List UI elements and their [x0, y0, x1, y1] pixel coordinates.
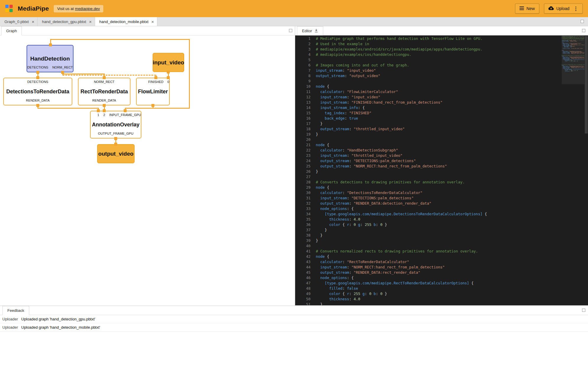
new-button-label: New [527, 6, 535, 11]
code-text: output_stream: "RENDER_DATA:detection_re… [316, 201, 431, 206]
line-number: 22 [295, 148, 313, 153]
layout-toggle-icon[interactable] [581, 20, 584, 23]
graph-node-input_video[interactable]: input_video [153, 53, 184, 72]
port [151, 104, 154, 107]
code-text: node { [316, 254, 329, 259]
close-icon[interactable]: × [32, 19, 34, 24]
line-number: 16 [295, 116, 313, 121]
code-line: 39} [295, 238, 562, 243]
graph-panel: Graph HandDetectionDETECTIONSNORM_RECTin… [0, 26, 295, 306]
graph-canvas[interactable]: HandDetectionDETECTIONSNORM_RECTinput_vi… [0, 35, 295, 305]
line-number: 44 [295, 265, 313, 270]
feedback-source: Uploader [0, 325, 19, 330]
port [36, 104, 39, 107]
code-text: # MediaPipe graph that performs hand det… [316, 36, 482, 41]
code-line: 50 thickness: 4.0 [295, 296, 562, 302]
code-text: [type.googleapis.com/mediapipe.Detection… [316, 211, 487, 217]
file-tab-label: hand_detection_gpu.pbtxt [42, 19, 86, 24]
new-button[interactable]: New [515, 4, 539, 14]
code-line: 9 [295, 79, 562, 84]
port-label: DETECTIONS [27, 66, 48, 69]
feedback-panel: Feedback UploaderUploaded graph 'hand_de… [0, 306, 588, 365]
scrollbar-thumb[interactable] [585, 36, 588, 133]
line-number: 23 [295, 153, 313, 158]
feedback-source: Uploader [0, 317, 19, 321]
graph-edge [189, 39, 190, 109]
code-text: thickness: 4.0 [316, 296, 360, 302]
code-line: 22 calculator: "HandDetectionSubgraph" [295, 148, 562, 153]
cloud-upload-icon [548, 6, 554, 11]
line-number: 41 [295, 249, 313, 254]
code-text: } [316, 227, 327, 233]
graph-tab[interactable]: Graph [1, 26, 22, 35]
line-number: 14 [295, 105, 313, 110]
code-text: [type.googleapis.com/mediapipe.RectToRen… [316, 281, 473, 286]
port [103, 104, 106, 107]
code-line: 31 input_stream: "DETECTIONS:palm_detect… [295, 195, 562, 201]
line-number: 49 [295, 291, 313, 296]
line-number: 2 [295, 41, 313, 47]
code-line: 32 output_stream: "RENDER_DATA:detection… [295, 201, 562, 206]
code-line: 21node { [295, 142, 562, 148]
maximize-graph-icon[interactable] [289, 29, 292, 32]
editor-tab[interactable]: Editor [297, 26, 323, 35]
port [97, 109, 100, 112]
maximize-feedback-icon[interactable] [582, 309, 585, 312]
line-number: 29 [295, 185, 313, 190]
line-number: 32 [295, 201, 313, 206]
line-number: 19 [295, 132, 313, 137]
line-number: 33 [295, 206, 313, 211]
code-text [316, 243, 318, 249]
code-line: 23 input_stream: "throttled_input_video" [295, 153, 562, 158]
file-tab[interactable]: hand_detection_mobile.pbtxt× [95, 17, 157, 26]
port [167, 71, 170, 74]
code-line: 5 [295, 57, 562, 63]
code-line: 6# Images coming into and out of the gra… [295, 63, 562, 68]
editor-scrollbar[interactable] [584, 35, 588, 305]
line-number: 18 [295, 126, 313, 132]
logo-square [5, 9, 9, 12]
close-icon[interactable]: × [89, 19, 92, 24]
kebab-menu-icon[interactable]: ⋮ [573, 6, 578, 11]
feedback-tab[interactable]: Feedback [2, 306, 29, 315]
maximize-editor-icon[interactable] [582, 29, 585, 32]
upload-button[interactable]: Upload ⋮ [544, 4, 583, 14]
mediapipe-dev-link[interactable]: mediapipe.dev [75, 6, 100, 11]
logo-square [9, 5, 13, 8]
code-text: output_stream: "DETECTIONS:palm_detectio… [316, 158, 416, 164]
code-line: 14 input_stream_info: { [295, 105, 562, 110]
line-number: 43 [295, 259, 313, 265]
line-number: 15 [295, 110, 313, 116]
code-line: 4# mediapipie/examples/ios/handdetection… [295, 52, 562, 57]
port [114, 137, 117, 140]
code-text: output_stream: "RENDER_DATA:rect_render_… [316, 270, 420, 275]
close-icon[interactable]: × [151, 19, 154, 24]
code-line: 51 } [295, 302, 562, 305]
line-number: 25 [295, 164, 313, 169]
graph-node-output_video[interactable]: output_video [97, 144, 135, 163]
code-text: calculator: "RectToRenderDataCalculator" [316, 259, 409, 265]
file-tab[interactable]: Graph_0.pbtxt× [0, 17, 37, 26]
code-line: 20 [295, 137, 562, 142]
port [167, 76, 170, 79]
file-tab[interactable]: hand_detection_gpu.pbtxt× [37, 17, 95, 26]
code-line: 1# MediaPipe graph that performs hand de… [295, 36, 562, 41]
code-text: node { [316, 185, 329, 190]
code-editor[interactable]: 1# MediaPipe graph that performs hand de… [295, 35, 588, 305]
code-line: 49 color { r: 255 g: 0 b: 0 } [295, 291, 562, 296]
port-label: RENDER_DATA [26, 99, 50, 102]
code-line: 43 calculator: "RectToRenderDataCalculat… [295, 259, 562, 265]
download-icon[interactable] [314, 29, 318, 33]
mediapipe-logo [5, 5, 13, 12]
port-label: NORM_RECT [52, 66, 73, 69]
line-number: 28 [295, 180, 313, 185]
minimap-slider[interactable] [562, 35, 584, 84]
code-text: } [316, 238, 318, 243]
graph-edge [50, 39, 190, 40]
line-number: 26 [295, 169, 313, 174]
code-line: 3# mediapipie/examples/android/src/java/… [295, 47, 562, 52]
code-text: input_stream: "FINISHED:hand_rect_from_p… [316, 100, 442, 105]
code-line: 18 output_stream: "throttled_input_video… [295, 126, 562, 132]
code-line: 33 node_options: { [295, 206, 562, 211]
code-lines: 1# MediaPipe graph that performs hand de… [295, 36, 562, 305]
